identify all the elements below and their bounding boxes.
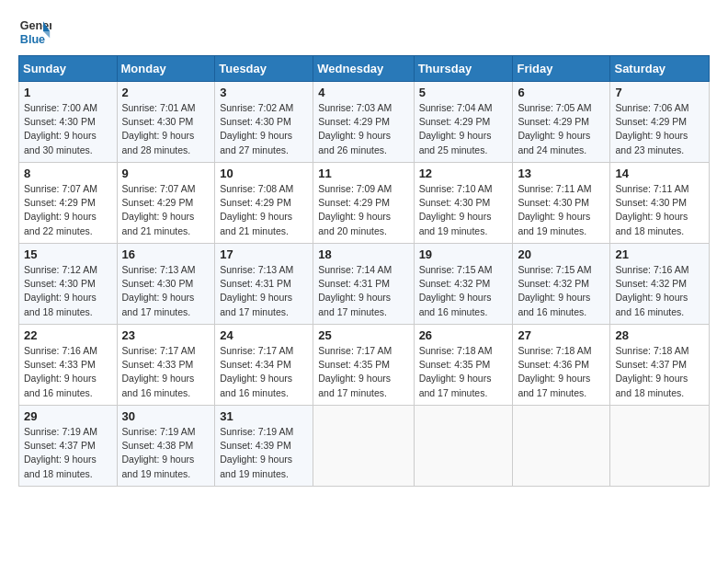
day-cell: 28 Sunrise: 7:18 AMSunset: 4:37 PMDaylig… bbox=[610, 325, 710, 406]
day-cell: 1 Sunrise: 7:00 AMSunset: 4:30 PMDayligh… bbox=[19, 82, 118, 163]
day-info: Sunrise: 7:19 AMSunset: 4:39 PMDaylight:… bbox=[220, 426, 293, 479]
day-number: 19 bbox=[419, 247, 508, 261]
day-number: 9 bbox=[122, 167, 210, 180]
day-number: 7 bbox=[615, 86, 704, 99]
day-cell: 22 Sunrise: 7:16 AMSunset: 4:33 PMDaylig… bbox=[19, 325, 118, 406]
day-info: Sunrise: 7:13 AMSunset: 4:30 PMDaylight:… bbox=[122, 264, 196, 317]
day-number: 26 bbox=[419, 328, 508, 342]
col-header-sunday: Sunday bbox=[19, 56, 118, 82]
day-cell: 26 Sunrise: 7:18 AMSunset: 4:35 PMDaylig… bbox=[414, 325, 513, 406]
day-number: 6 bbox=[518, 86, 605, 99]
day-number: 21 bbox=[615, 247, 704, 261]
week-row-3: 15 Sunrise: 7:12 AMSunset: 4:30 PMDaylig… bbox=[19, 244, 710, 325]
day-cell: 13 Sunrise: 7:11 AMSunset: 4:30 PMDaylig… bbox=[513, 163, 610, 244]
calendar-header-row: SundayMondayTuesdayWednesdayThursdayFrid… bbox=[19, 56, 710, 82]
day-info: Sunrise: 7:07 AMSunset: 4:29 PMDaylight:… bbox=[122, 183, 196, 236]
day-number: 25 bbox=[318, 328, 408, 342]
day-info: Sunrise: 7:04 AMSunset: 4:29 PMDaylight:… bbox=[419, 102, 493, 155]
day-number: 29 bbox=[24, 409, 112, 423]
week-row-1: 1 Sunrise: 7:00 AMSunset: 4:30 PMDayligh… bbox=[19, 82, 710, 163]
day-number: 3 bbox=[220, 86, 308, 99]
day-cell: 20 Sunrise: 7:15 AMSunset: 4:32 PMDaylig… bbox=[513, 244, 610, 325]
week-row-2: 8 Sunrise: 7:07 AMSunset: 4:29 PMDayligh… bbox=[19, 163, 710, 244]
col-header-thursday: Thursday bbox=[414, 56, 513, 82]
day-number: 16 bbox=[122, 247, 210, 261]
day-cell: 5 Sunrise: 7:04 AMSunset: 4:29 PMDayligh… bbox=[414, 82, 513, 163]
day-cell: 18 Sunrise: 7:14 AMSunset: 4:31 PMDaylig… bbox=[313, 244, 414, 325]
day-cell: 27 Sunrise: 7:18 AMSunset: 4:36 PMDaylig… bbox=[513, 325, 610, 406]
day-number: 27 bbox=[518, 328, 605, 342]
day-number: 31 bbox=[220, 409, 308, 423]
day-number: 2 bbox=[122, 86, 210, 99]
day-number: 15 bbox=[24, 247, 112, 261]
day-cell: 21 Sunrise: 7:16 AMSunset: 4:32 PMDaylig… bbox=[610, 244, 710, 325]
day-info: Sunrise: 7:02 AMSunset: 4:30 PMDaylight:… bbox=[220, 102, 293, 155]
col-header-wednesday: Wednesday bbox=[313, 56, 414, 82]
day-number: 5 bbox=[419, 86, 508, 99]
col-header-tuesday: Tuesday bbox=[215, 56, 313, 82]
day-number: 14 bbox=[615, 167, 704, 180]
day-cell: 8 Sunrise: 7:07 AMSunset: 4:29 PMDayligh… bbox=[19, 163, 118, 244]
day-info: Sunrise: 7:18 AMSunset: 4:37 PMDaylight:… bbox=[615, 345, 688, 398]
day-number: 28 bbox=[615, 328, 704, 342]
day-cell: 15 Sunrise: 7:12 AMSunset: 4:30 PMDaylig… bbox=[19, 244, 118, 325]
day-info: Sunrise: 7:11 AMSunset: 4:30 PMDaylight:… bbox=[518, 183, 591, 236]
day-info: Sunrise: 7:17 AMSunset: 4:33 PMDaylight:… bbox=[122, 345, 196, 398]
day-cell: 25 Sunrise: 7:17 AMSunset: 4:35 PMDaylig… bbox=[313, 325, 414, 406]
day-cell: 3 Sunrise: 7:02 AMSunset: 4:30 PMDayligh… bbox=[215, 82, 313, 163]
day-info: Sunrise: 7:05 AMSunset: 4:29 PMDaylight:… bbox=[518, 102, 591, 155]
logo: General Blue bbox=[18, 15, 55, 48]
day-cell: 6 Sunrise: 7:05 AMSunset: 4:29 PMDayligh… bbox=[513, 82, 610, 163]
day-cell bbox=[313, 406, 414, 487]
day-cell: 24 Sunrise: 7:17 AMSunset: 4:34 PMDaylig… bbox=[215, 325, 313, 406]
col-header-friday: Friday bbox=[513, 56, 610, 82]
day-number: 17 bbox=[220, 247, 308, 261]
day-info: Sunrise: 7:09 AMSunset: 4:29 PMDaylight:… bbox=[318, 183, 392, 236]
day-info: Sunrise: 7:06 AMSunset: 4:29 PMDaylight:… bbox=[615, 102, 688, 155]
day-number: 4 bbox=[318, 86, 408, 99]
day-cell bbox=[610, 406, 710, 487]
day-cell: 29 Sunrise: 7:19 AMSunset: 4:37 PMDaylig… bbox=[19, 406, 118, 487]
day-info: Sunrise: 7:15 AMSunset: 4:32 PMDaylight:… bbox=[419, 264, 493, 317]
day-cell: 16 Sunrise: 7:13 AMSunset: 4:30 PMDaylig… bbox=[117, 244, 215, 325]
day-cell: 12 Sunrise: 7:10 AMSunset: 4:30 PMDaylig… bbox=[414, 163, 513, 244]
day-cell bbox=[414, 406, 513, 487]
calendar-table: SundayMondayTuesdayWednesdayThursdayFrid… bbox=[18, 55, 710, 487]
day-number: 20 bbox=[518, 247, 605, 261]
day-info: Sunrise: 7:16 AMSunset: 4:32 PMDaylight:… bbox=[615, 264, 688, 317]
col-header-saturday: Saturday bbox=[610, 56, 710, 82]
day-info: Sunrise: 7:18 AMSunset: 4:36 PMDaylight:… bbox=[518, 345, 591, 398]
day-number: 18 bbox=[318, 247, 408, 261]
day-info: Sunrise: 7:15 AMSunset: 4:32 PMDaylight:… bbox=[518, 264, 591, 317]
page: General Blue SundayMondayTuesdayWednesda… bbox=[0, 0, 728, 496]
day-number: 1 bbox=[24, 86, 112, 99]
day-cell: 9 Sunrise: 7:07 AMSunset: 4:29 PMDayligh… bbox=[117, 163, 215, 244]
day-number: 22 bbox=[24, 328, 112, 342]
day-info: Sunrise: 7:01 AMSunset: 4:30 PMDaylight:… bbox=[122, 102, 196, 155]
day-info: Sunrise: 7:18 AMSunset: 4:35 PMDaylight:… bbox=[419, 345, 493, 398]
day-cell: 4 Sunrise: 7:03 AMSunset: 4:29 PMDayligh… bbox=[313, 82, 414, 163]
day-number: 30 bbox=[122, 409, 210, 423]
day-info: Sunrise: 7:12 AMSunset: 4:30 PMDaylight:… bbox=[24, 264, 97, 317]
col-header-monday: Monday bbox=[117, 56, 215, 82]
day-number: 24 bbox=[220, 328, 308, 342]
day-info: Sunrise: 7:17 AMSunset: 4:34 PMDaylight:… bbox=[220, 345, 293, 398]
day-cell: 19 Sunrise: 7:15 AMSunset: 4:32 PMDaylig… bbox=[414, 244, 513, 325]
day-cell: 2 Sunrise: 7:01 AMSunset: 4:30 PMDayligh… bbox=[117, 82, 215, 163]
day-info: Sunrise: 7:19 AMSunset: 4:38 PMDaylight:… bbox=[122, 426, 196, 479]
day-info: Sunrise: 7:13 AMSunset: 4:31 PMDaylight:… bbox=[220, 264, 293, 317]
day-number: 23 bbox=[122, 328, 210, 342]
day-cell: 17 Sunrise: 7:13 AMSunset: 4:31 PMDaylig… bbox=[215, 244, 313, 325]
day-info: Sunrise: 7:11 AMSunset: 4:30 PMDaylight:… bbox=[615, 183, 688, 236]
day-number: 10 bbox=[220, 167, 308, 180]
day-number: 12 bbox=[419, 167, 508, 180]
day-cell: 11 Sunrise: 7:09 AMSunset: 4:29 PMDaylig… bbox=[313, 163, 414, 244]
day-info: Sunrise: 7:14 AMSunset: 4:31 PMDaylight:… bbox=[318, 264, 392, 317]
day-number: 11 bbox=[318, 167, 408, 180]
day-cell: 14 Sunrise: 7:11 AMSunset: 4:30 PMDaylig… bbox=[610, 163, 710, 244]
week-row-4: 22 Sunrise: 7:16 AMSunset: 4:33 PMDaylig… bbox=[19, 325, 710, 406]
day-info: Sunrise: 7:08 AMSunset: 4:29 PMDaylight:… bbox=[220, 183, 293, 236]
day-number: 13 bbox=[518, 167, 605, 180]
day-info: Sunrise: 7:03 AMSunset: 4:29 PMDaylight:… bbox=[318, 102, 392, 155]
day-cell: 30 Sunrise: 7:19 AMSunset: 4:38 PMDaylig… bbox=[117, 406, 215, 487]
